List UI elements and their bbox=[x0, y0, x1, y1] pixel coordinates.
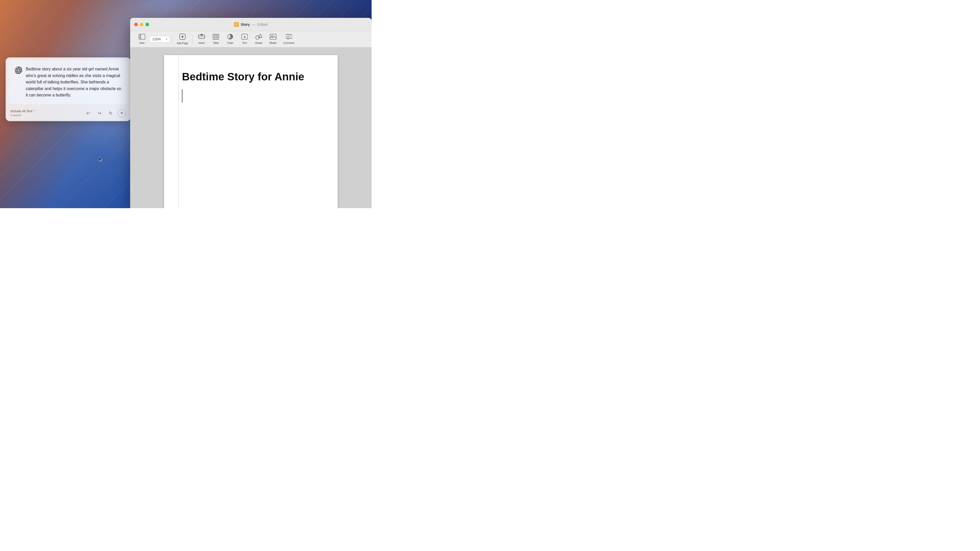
document-area[interactable]: Bedtime Story for Annie bbox=[130, 48, 372, 208]
text-cursor-area[interactable] bbox=[182, 88, 320, 103]
title-separator: — bbox=[252, 22, 256, 27]
zoom-chevron-icon: ▾ bbox=[166, 38, 167, 41]
maximize-button[interactable] bbox=[145, 23, 149, 26]
redo-button[interactable]: ↪ bbox=[95, 109, 103, 118]
window-controls bbox=[134, 23, 149, 26]
svg-point-24 bbox=[271, 35, 273, 37]
svg-rect-1 bbox=[235, 24, 238, 24]
toolbar-comment-button[interactable]: Comment bbox=[281, 32, 297, 46]
insert-label: Insert bbox=[198, 41, 205, 44]
page-title-text[interactable]: Bedtime Story for Annie bbox=[182, 70, 320, 83]
add-button[interactable]: + bbox=[118, 109, 126, 118]
titlebar-title: Story — Edited bbox=[234, 22, 268, 27]
ai-widget: Bedtime story about a six year old girl … bbox=[6, 57, 130, 121]
shape-label: Shape bbox=[255, 41, 262, 44]
include-all-text-label: Include All Text bbox=[11, 109, 32, 113]
document-icon bbox=[234, 22, 239, 27]
zoom-value: 125% bbox=[152, 37, 161, 41]
include-all-text-button[interactable]: Include All Text ⌃ bbox=[11, 109, 36, 113]
refresh-button[interactable]: ↻ bbox=[107, 109, 115, 118]
toolbar-divider-1 bbox=[172, 35, 172, 44]
media-label: Media bbox=[269, 41, 277, 44]
ai-message-area: Bedtime story about a six year old girl … bbox=[8, 60, 128, 104]
text-icon: A bbox=[242, 34, 248, 41]
titlebar: Story — Edited bbox=[130, 18, 372, 31]
view-icon bbox=[138, 34, 145, 41]
toolbar-insert-button[interactable]: Insert bbox=[195, 32, 208, 46]
ai-actions: ↩ ↪ ↻ + bbox=[84, 109, 126, 118]
insert-icon bbox=[198, 34, 205, 41]
toolbar-add-page-button[interactable]: Add Page bbox=[174, 32, 191, 46]
comment-icon bbox=[286, 34, 292, 41]
minimize-button[interactable] bbox=[140, 23, 143, 26]
page: Bedtime Story for Annie bbox=[164, 55, 338, 208]
table-label: Table bbox=[213, 41, 219, 44]
chart-icon bbox=[227, 34, 233, 41]
svg-rect-12 bbox=[200, 34, 203, 35]
view-label: View bbox=[139, 41, 145, 44]
svg-rect-13 bbox=[213, 34, 219, 40]
pages-window: Story — Edited View 125% ▾ bbox=[130, 18, 372, 208]
add-page-icon bbox=[180, 34, 186, 41]
word-count-label: 4 words bbox=[11, 114, 36, 117]
svg-rect-5 bbox=[139, 34, 141, 40]
toolbar-view-button[interactable]: View bbox=[135, 32, 148, 46]
toolbar-media-button[interactable]: Media bbox=[266, 32, 280, 46]
comment-label: Comment bbox=[283, 41, 294, 44]
shape-icon bbox=[256, 34, 262, 41]
toolbar-text-button[interactable]: A Text bbox=[238, 32, 251, 46]
svg-rect-2 bbox=[235, 24, 238, 25]
toolbar-chart-button[interactable]: Chart bbox=[224, 32, 237, 46]
include-text-chevron-icon: ⌃ bbox=[33, 110, 36, 113]
zoom-control[interactable]: 125% ▾ bbox=[150, 36, 170, 42]
svg-text:A: A bbox=[243, 35, 246, 39]
table-icon bbox=[213, 34, 219, 41]
ai-bottom-bar: Include All Text ⌃ 4 words ↩ ↪ ↻ + bbox=[6, 106, 130, 121]
toolbar-shape-button[interactable]: Shape bbox=[252, 32, 266, 46]
ai-message-content: Bedtime story about a six year old girl … bbox=[14, 66, 122, 98]
toolbar-table-button[interactable]: Table bbox=[209, 32, 223, 46]
chart-label: Chart bbox=[227, 41, 233, 44]
add-page-label: Add Page bbox=[177, 42, 188, 44]
page-content: Bedtime Story for Annie bbox=[182, 70, 320, 103]
svg-rect-23 bbox=[270, 34, 276, 40]
page-left-border bbox=[178, 55, 179, 208]
close-button[interactable] bbox=[134, 23, 138, 26]
ai-message-text: Bedtime story about a six year old girl … bbox=[26, 66, 122, 98]
ai-icon bbox=[14, 66, 22, 74]
toolbar: View 125% ▾ Add Page bbox=[130, 31, 372, 48]
svg-rect-3 bbox=[235, 25, 237, 25]
media-icon bbox=[270, 34, 277, 41]
window-subtitle: Edited bbox=[258, 22, 268, 27]
undo-button[interactable]: ↩ bbox=[84, 109, 92, 118]
toolbar-divider-2 bbox=[192, 35, 193, 44]
text-label: Text bbox=[242, 41, 247, 44]
window-title: Story bbox=[241, 22, 250, 27]
